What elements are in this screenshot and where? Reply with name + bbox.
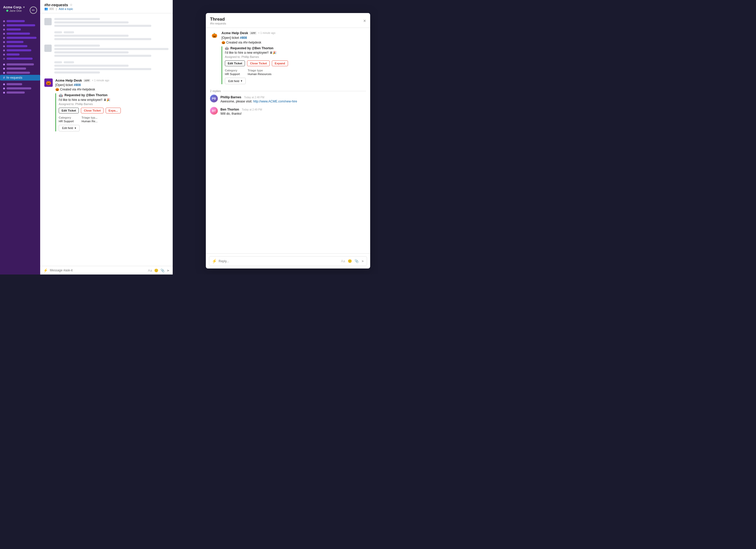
reply-1-author: Phillip Barnes xyxy=(220,95,241,99)
sidebar-bar xyxy=(7,53,20,56)
sidebar-dot xyxy=(3,50,5,51)
send-icon[interactable]: ➤ xyxy=(167,269,170,273)
thread-triage-value: Human Resources xyxy=(248,73,271,76)
sidebar-item[interactable] xyxy=(0,44,40,48)
sidebar-dot xyxy=(3,37,5,39)
workspace-name[interactable]: Acme Corp. ▾ xyxy=(3,5,25,9)
sidebar-item[interactable] xyxy=(0,27,40,32)
sidebar-item[interactable] xyxy=(0,40,40,44)
ticket-actions: Edit Ticket Close Ticket Expa... xyxy=(59,108,169,113)
sidebar-item[interactable] xyxy=(0,57,40,61)
thread-send-icon[interactable]: ➤ xyxy=(361,259,364,263)
robot-icon: 🤖 xyxy=(59,93,63,97)
add-topic-link[interactable]: Add a topic xyxy=(59,7,73,10)
thread-ticket-assigned: Assigned to: Phillip Barnes xyxy=(225,55,366,58)
sidebar-item[interactable] xyxy=(0,67,40,71)
thread-close-ticket-button[interactable]: Close Ticket xyxy=(247,61,270,66)
thread-header: Thread #hr-requests × xyxy=(206,13,370,28)
thread-emoji-icon[interactable]: 🙂 xyxy=(348,259,352,263)
app-badge: APP xyxy=(83,79,91,82)
attachment-icon[interactable]: 📎 xyxy=(160,269,165,273)
sidebar-bar xyxy=(7,83,22,85)
reply-1-time: Today at 2:48 PM xyxy=(244,96,264,99)
sidebar-dot xyxy=(3,68,5,70)
sidebar-bar xyxy=(7,58,33,60)
sidebar-dot xyxy=(3,83,5,85)
thread-ticket-meta: Category HR Support Triage type Human Re… xyxy=(225,69,366,76)
chevron-down-icon: ▾ xyxy=(75,127,76,130)
expand-button[interactable]: Expa... xyxy=(106,108,121,113)
sidebar-item[interactable] xyxy=(0,62,40,67)
compose-button[interactable]: ✏ xyxy=(30,7,37,14)
reply-2-content: Ben Thorton Today at 2:49 PM Will do, th… xyxy=(220,107,262,116)
emoji-icon[interactable]: 🙂 xyxy=(154,269,158,273)
edit-field-button[interactable]: Edit field ▾ xyxy=(59,125,80,131)
thread-open-label: [Open] ticket #808 xyxy=(221,35,366,40)
placeholder-row xyxy=(40,30,173,43)
message-input[interactable] xyxy=(50,269,146,272)
sidebar-dot xyxy=(3,29,5,31)
thread-panel: Thread #hr-requests × 🎃 Acme Help Desk A… xyxy=(206,13,370,269)
thread-attachment-icon[interactable]: 📎 xyxy=(355,259,359,263)
sidebar-item[interactable] xyxy=(0,52,40,57)
thread-channel-name: #hr-requests xyxy=(210,22,226,25)
sidebar-bar xyxy=(7,28,21,31)
user-status: Jane Doe xyxy=(3,9,25,12)
phillip-avatar: PB xyxy=(210,95,218,103)
sidebar-bar xyxy=(7,87,31,89)
star-icon[interactable]: ☆ xyxy=(70,3,73,7)
sidebar-item[interactable] xyxy=(0,91,40,95)
ticket-message: I'd like to hire a new employee!! 🖥🎉 xyxy=(59,98,169,102)
thread-lightning-icon: ⚡ xyxy=(212,259,217,264)
thread-messages: 🎃 Acme Help Desk APP < 1 minute ago [Ope… xyxy=(206,28,370,254)
category-label: Category xyxy=(59,116,74,119)
sidebar-item[interactable] xyxy=(0,36,40,40)
main-message-time: < 1 minute ago xyxy=(92,79,109,82)
channel-title: #hr-requests ☆ xyxy=(44,3,73,7)
thread-expand-button[interactable]: Expand xyxy=(272,61,288,66)
thread-main-message: 🎃 Acme Help Desk APP < 1 minute ago [Ope… xyxy=(210,31,366,84)
placeholder-avatar xyxy=(44,45,52,52)
thread-close-button[interactable]: × xyxy=(363,18,366,24)
reply-1-text: Awesome, please visit: http://www.ACME.c… xyxy=(220,99,297,104)
ticket-link[interactable]: #808 xyxy=(74,83,81,87)
thread-ticket-link[interactable]: #808 xyxy=(240,36,247,40)
thread-edit-ticket-button[interactable]: Edit Ticket xyxy=(225,61,245,66)
thread-font-icon[interactable]: Aa xyxy=(341,259,345,263)
messages-area: 🎃 Acme Help Desk APP < 1 minute ago [Ope… xyxy=(40,13,173,266)
thread-category-value: HR Support xyxy=(225,73,240,76)
thread-edit-field-button[interactable]: Edit field ▾ xyxy=(225,78,246,84)
thread-triage-col: Triage type Human Resources xyxy=(248,69,271,76)
sidebar-item[interactable] xyxy=(0,32,40,36)
thread-robot-icon: 🤖 xyxy=(225,46,229,50)
sidebar-dot xyxy=(3,54,5,56)
thread-title-block: Thread #hr-requests xyxy=(210,17,226,25)
sidebar-dot xyxy=(3,45,5,47)
channel-header: #hr-requests ☆ 👥 300 | Add a topic xyxy=(40,0,173,13)
online-status-dot xyxy=(6,10,8,12)
triage-value: Human Re... xyxy=(81,120,98,123)
thread-reply-input[interactable] xyxy=(219,260,339,263)
sidebar-item[interactable] xyxy=(0,23,40,27)
thread-triage-label: Triage type xyxy=(248,69,271,72)
replies-divider: 2 replies xyxy=(210,87,366,95)
placeholder-row xyxy=(40,60,173,76)
reply-link[interactable]: http://www.ACME.com/new-hire xyxy=(253,100,297,103)
sidebar: Acme Corp. ▾ Jane Doe ✏ xyxy=(0,0,40,274)
sidebar-bar xyxy=(7,92,25,94)
sidebar-item[interactable] xyxy=(0,71,40,75)
font-icon[interactable]: Aa xyxy=(148,269,152,273)
sidebar-item[interactable] xyxy=(0,82,40,86)
sidebar-nav: # hr-requests xyxy=(0,18,40,96)
sidebar-bar xyxy=(7,20,25,22)
sidebar-item-hr-requests[interactable]: # hr-requests xyxy=(0,75,40,81)
edit-ticket-button[interactable]: Edit Ticket xyxy=(59,108,79,113)
close-ticket-button[interactable]: Close Ticket xyxy=(81,108,104,113)
thread-category-label: Category xyxy=(225,69,240,72)
sidebar-item[interactable] xyxy=(0,19,40,23)
thread-chevron-down-icon: ▾ xyxy=(241,79,242,83)
sidebar-item[interactable] xyxy=(0,86,40,91)
ticket-requester: 🤖 Requested by @Ben Thorton xyxy=(59,93,169,97)
sidebar-item[interactable] xyxy=(0,48,40,52)
sidebar-bar xyxy=(7,63,34,65)
